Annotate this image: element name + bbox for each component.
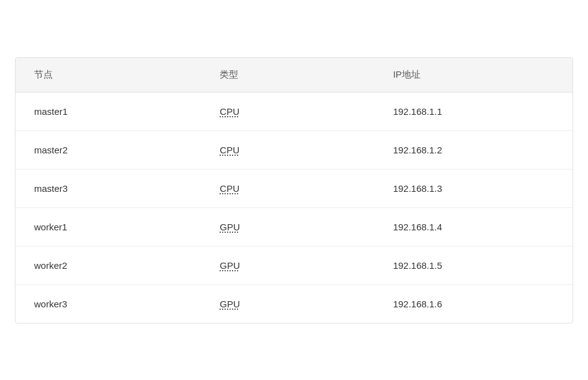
table-row: worker1GPU192.168.1.4	[16, 207, 572, 246]
table-row: master3CPU192.168.1.3	[16, 169, 572, 207]
cell-ip: 192.168.1.2	[375, 130, 572, 169]
header-ip: IP地址	[375, 58, 572, 93]
cell-node: worker3	[16, 284, 201, 323]
node-table: 节点 类型 IP地址 master1CPU192.168.1.1master2C…	[16, 58, 572, 323]
cell-type: CPU	[201, 169, 374, 207]
cell-node: master2	[16, 130, 201, 169]
cell-type: CPU	[201, 130, 374, 169]
table-row: master2CPU192.168.1.2	[16, 130, 572, 169]
cell-ip: 192.168.1.3	[375, 169, 572, 207]
cell-node: master1	[16, 92, 201, 130]
cell-ip: 192.168.1.5	[375, 246, 572, 284]
cell-type: GPU	[201, 207, 374, 246]
cell-type: GPU	[201, 246, 374, 284]
table-row: master1CPU192.168.1.1	[16, 92, 572, 130]
header-node: 节点	[16, 58, 201, 93]
cell-type: GPU	[201, 284, 374, 323]
cell-node: worker2	[16, 246, 201, 284]
table-header: 节点 类型 IP地址	[16, 58, 572, 93]
header-row: 节点 类型 IP地址	[16, 58, 572, 93]
table-row: worker3GPU192.168.1.6	[16, 284, 572, 323]
cell-node: master3	[16, 169, 201, 207]
node-table-container: 节点 类型 IP地址 master1CPU192.168.1.1master2C…	[15, 57, 573, 323]
cell-node: worker1	[16, 207, 201, 246]
table-row: worker2GPU192.168.1.5	[16, 246, 572, 284]
table-body: master1CPU192.168.1.1master2CPU192.168.1…	[16, 92, 572, 323]
cell-ip: 192.168.1.1	[375, 92, 572, 130]
cell-ip: 192.168.1.6	[375, 284, 572, 323]
header-type: 类型	[201, 58, 374, 93]
cell-type: CPU	[201, 92, 374, 130]
cell-ip: 192.168.1.4	[375, 207, 572, 246]
